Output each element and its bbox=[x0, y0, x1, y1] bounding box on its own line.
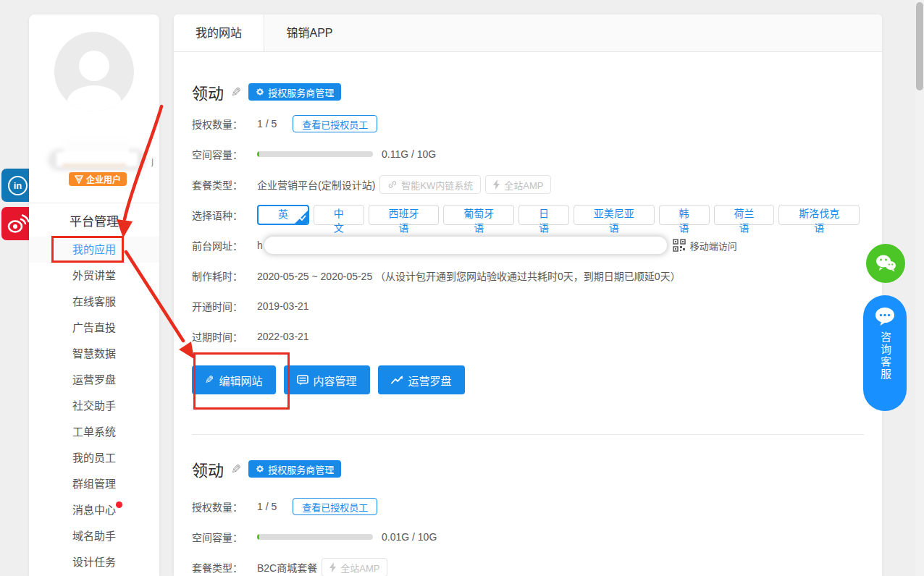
menu-heading: 平台管理 bbox=[29, 211, 159, 229]
content-list-icon bbox=[297, 375, 308, 386]
view-authorized-staff-button[interactable]: 查看已授权员工 bbox=[293, 115, 377, 132]
site-url-blurred[interactable] bbox=[264, 237, 667, 254]
avatar-head-silhouette bbox=[79, 51, 109, 81]
linkedin-in-label: in bbox=[8, 176, 28, 195]
scrollbar-track bbox=[915, 0, 924, 576]
language-english-button[interactable]: 英文 bbox=[257, 205, 309, 225]
sidebar-item-my-staff[interactable]: 我的员工 bbox=[29, 445, 159, 471]
space-progress-bar bbox=[257, 151, 373, 157]
sidebar-item-message-center[interactable]: 消息中心 bbox=[29, 497, 159, 523]
site-title: 领动 bbox=[192, 457, 224, 480]
selected-check-icon bbox=[295, 211, 308, 224]
auth-count-value: 1 / 5 bbox=[257, 501, 277, 512]
sidebar-item-operation-compass[interactable]: 运营罗盘 bbox=[29, 367, 159, 393]
language-japanese-button[interactable]: 日语 bbox=[518, 205, 569, 225]
lightning-icon bbox=[493, 179, 500, 190]
amp-tag: 全站AMP bbox=[322, 558, 387, 576]
space-label: 空间容量： bbox=[192, 530, 257, 544]
user-badge-label: 企业用户 bbox=[86, 173, 121, 185]
sidebar-item-smart-data[interactable]: 智慧数据 bbox=[29, 341, 159, 367]
pencil-icon: ✎ bbox=[205, 373, 214, 386]
sidebar: j 企业用户 平台管理 我的应用 外贸讲堂 在线客服 广告直投 智慧数据 运营罗… bbox=[29, 14, 159, 576]
scrollbar-thumb[interactable] bbox=[916, 2, 923, 90]
space-progress-bar bbox=[257, 534, 373, 540]
auth-count-row: 授权数量： 1 / 5 查看已授权员工 bbox=[192, 491, 864, 522]
tab-jinxiao-app[interactable]: 锦销APP bbox=[264, 14, 355, 51]
authorized-provider-manage-button[interactable]: 授权服务商管理 bbox=[248, 83, 341, 101]
space-label: 空间容量： bbox=[192, 147, 257, 161]
plan-row: 套餐类型： B2C商城套餐 全站AMP bbox=[192, 552, 864, 576]
kw-innerlink-tag: 智能KW内链系统 bbox=[379, 175, 481, 194]
plan-label: 套餐类型： bbox=[192, 177, 257, 192]
plan-value: 企业营销平台(定制设计站) bbox=[257, 177, 375, 192]
plan-row: 套餐类型： 企业营销平台(定制设计站) 智能KW内链系统 全站AMP bbox=[192, 169, 864, 200]
enterprise-user-badge[interactable]: 企业用户 bbox=[69, 172, 127, 186]
language-dutch-button[interactable]: 荷兰语 bbox=[714, 205, 775, 225]
sidebar-item-domain-assistant[interactable]: 域名助手 bbox=[29, 523, 159, 549]
sidebar-item-group-management[interactable]: 群组管理 bbox=[29, 471, 159, 497]
consult-service-button[interactable]: 咨询客服 bbox=[863, 295, 907, 411]
expire-time-value: 2022-03-21 bbox=[257, 331, 309, 342]
wechat-icon bbox=[874, 253, 897, 274]
chat-bubble-icon bbox=[874, 307, 896, 327]
lightning-icon bbox=[329, 562, 337, 572]
edit-title-icon[interactable]: ✎ bbox=[231, 462, 241, 477]
sidebar-menu: 我的应用 外贸讲堂 在线客服 广告直投 智慧数据 运营罗盘 社交助手 工单系统 … bbox=[29, 237, 159, 575]
username-blurred: j bbox=[56, 139, 138, 172]
language-armenian-button[interactable]: 亚美尼亚语 bbox=[574, 205, 655, 225]
language-portuguese-button[interactable]: 葡萄牙语 bbox=[443, 205, 514, 225]
expire-time-label: 过期时间： bbox=[192, 329, 257, 344]
build-time-row: 制作耗时： 2020-05-25 ~ 2020-05-25 （从设计包开通到您网… bbox=[192, 261, 864, 291]
space-row: 空间容量： 0.11G / 10G bbox=[192, 139, 864, 169]
language-slovak-button[interactable]: 斯洛伐克语 bbox=[778, 205, 860, 225]
sidebar-item-my-apps[interactable]: 我的应用 bbox=[29, 237, 159, 263]
operation-compass-button[interactable]: 运营罗盘 bbox=[378, 365, 465, 394]
language-chinese-button[interactable]: 中文 bbox=[314, 205, 364, 225]
avatar bbox=[54, 32, 134, 111]
sidebar-item-online-service[interactable]: 在线客服 bbox=[29, 289, 159, 315]
auth-count-value: 1 / 5 bbox=[257, 118, 277, 130]
consult-service-label: 咨询客服 bbox=[876, 331, 894, 381]
sidebar-item-ticket-system[interactable]: 工单系统 bbox=[29, 419, 159, 445]
build-time-label: 制作耗时： bbox=[192, 268, 257, 283]
qr-code-icon[interactable] bbox=[673, 239, 686, 252]
section-divider bbox=[192, 434, 864, 435]
site-url-label: 前台网址： bbox=[192, 238, 257, 253]
gear-icon bbox=[256, 88, 264, 96]
link-icon bbox=[387, 179, 398, 190]
main-panel: 我的网站 锦销APP 领动 ✎ 授权服务商管理 授权数量： 1 / 5 查看已授… bbox=[174, 14, 882, 576]
expire-time-row: 过期时间： 2022-03-21 bbox=[192, 321, 864, 352]
auth-count-row: 授权数量： 1 / 5 查看已授权员工 bbox=[192, 109, 864, 139]
language-spanish-button[interactable]: 西班牙语 bbox=[369, 205, 440, 225]
edit-website-button[interactable]: ✎ 编辑网站 bbox=[192, 365, 276, 394]
site-url-row: 前台网址： h 移动端访问 bbox=[192, 230, 864, 261]
tab-bar: 我的网站 锦销APP bbox=[174, 14, 882, 52]
avatar-body-silhouette bbox=[67, 85, 122, 111]
notification-dot bbox=[116, 501, 122, 508]
trend-arrow-icon bbox=[391, 375, 403, 385]
sidebar-item-social-assistant[interactable]: 社交助手 bbox=[29, 393, 159, 419]
weibo-glyph bbox=[6, 213, 30, 234]
view-authorized-staff-button[interactable]: 查看已授权员工 bbox=[293, 498, 377, 515]
tab-my-website[interactable]: 我的网站 bbox=[174, 14, 264, 51]
wechat-contact-button[interactable] bbox=[866, 244, 905, 283]
amp-tag: 全站AMP bbox=[485, 175, 551, 194]
content-manage-button[interactable]: 内容管理 bbox=[284, 365, 370, 394]
open-time-label: 开通时间： bbox=[192, 299, 257, 313]
edit-title-icon[interactable]: ✎ bbox=[231, 85, 241, 100]
space-row: 空间容量： 0.01G / 10G bbox=[192, 522, 864, 552]
auth-count-label: 授权数量： bbox=[192, 117, 257, 131]
language-row: 选择语种： 英文 中文 西班牙语 葡萄牙语 日语 亚美尼亚语 韩语 荷兰语 斯洛… bbox=[192, 200, 864, 230]
open-time-value: 2019-03-21 bbox=[257, 300, 309, 312]
site-title: 领动 bbox=[192, 80, 224, 103]
open-time-row: 开通时间： 2019-03-21 bbox=[192, 291, 864, 321]
auth-count-label: 授权数量： bbox=[192, 499, 257, 514]
authorized-provider-manage-button[interactable]: 授权服务商管理 bbox=[248, 460, 341, 478]
gear-icon bbox=[256, 465, 264, 473]
language-korean-button[interactable]: 韩语 bbox=[659, 205, 710, 225]
space-value: 0.01G / 10G bbox=[382, 531, 437, 543]
sidebar-item-ad-direct[interactable]: 广告直投 bbox=[29, 315, 159, 341]
sidebar-item-design-tasks[interactable]: 设计任务 bbox=[29, 549, 159, 575]
sidebar-divider bbox=[29, 203, 159, 203]
sidebar-item-foreign-trade-lecture[interactable]: 外贸讲堂 bbox=[29, 263, 159, 289]
